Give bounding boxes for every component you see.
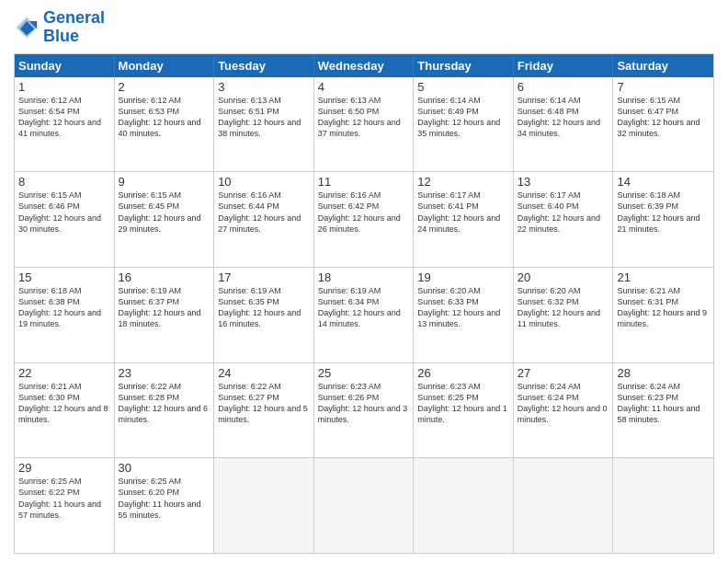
day-number: 9	[119, 175, 210, 189]
daylight-label: Daylight: 12 hours and 16 minutes.	[218, 308, 301, 328]
sunrise-label: Sunrise: 6:20 AM	[518, 286, 581, 295]
sunset-label: Sunset: 6:41 PM	[417, 201, 479, 211]
sunrise-label: Sunrise: 6:22 AM	[218, 382, 281, 391]
daylight-label: Daylight: 12 hours and 24 minutes.	[417, 213, 500, 234]
day-cell-19: 19 Sunrise: 6:20 AM Sunset: 6:33 PM Dayl…	[414, 268, 514, 362]
sunset-label: Sunset: 6:51 PM	[218, 107, 279, 116]
daylight-label: Daylight: 12 hours and 8 minutes.	[18, 404, 108, 424]
day-header-monday: Monday	[115, 54, 215, 77]
cell-info: Sunrise: 6:19 AM Sunset: 6:37 PM Dayligh…	[119, 285, 210, 330]
day-number: 27	[518, 366, 609, 380]
cell-info: Sunrise: 6:20 AM Sunset: 6:32 PM Dayligh…	[518, 285, 609, 330]
cell-info: Sunrise: 6:16 AM Sunset: 6:44 PM Dayligh…	[218, 190, 310, 235]
day-number: 12	[417, 175, 509, 189]
day-cell-10: 10 Sunrise: 6:16 AM Sunset: 6:44 PM Dayl…	[214, 172, 314, 267]
daylight-label: Daylight: 12 hours and 34 minutes.	[518, 118, 600, 138]
day-cell-4: 4 Sunrise: 6:13 AM Sunset: 6:50 PM Dayli…	[314, 77, 415, 172]
cell-info: Sunrise: 6:13 AM Sunset: 6:51 PM Dayligh…	[218, 95, 310, 140]
day-cell-20: 20 Sunrise: 6:20 AM Sunset: 6:32 PM Dayl…	[514, 268, 614, 362]
sunset-label: Sunset: 6:45 PM	[119, 201, 180, 211]
day-cell-25: 25 Sunrise: 6:23 AM Sunset: 6:26 PM Dayl…	[314, 363, 415, 458]
week-row-5: 29 Sunrise: 6:25 AM Sunset: 6:22 PM Dayl…	[15, 458, 713, 553]
daylight-label: Daylight: 11 hours and 55 minutes.	[119, 500, 201, 520]
sunset-label: Sunset: 6:33 PM	[417, 297, 479, 306]
day-cell-17: 17 Sunrise: 6:19 AM Sunset: 6:35 PM Dayl…	[214, 268, 314, 362]
sunrise-label: Sunrise: 6:21 AM	[617, 286, 680, 295]
cell-info: Sunrise: 6:13 AM Sunset: 6:50 PM Dayligh…	[318, 95, 410, 140]
sunrise-label: Sunrise: 6:18 AM	[617, 190, 680, 200]
daylight-label: Daylight: 12 hours and 0 minutes.	[518, 404, 608, 424]
day-cell-29: 29 Sunrise: 6:25 AM Sunset: 6:22 PM Dayl…	[15, 458, 115, 553]
day-number: 20	[518, 270, 609, 284]
sunrise-label: Sunrise: 6:25 AM	[18, 477, 82, 486]
daylight-label: Daylight: 11 hours and 57 minutes.	[18, 500, 101, 520]
day-cell-18: 18 Sunrise: 6:19 AM Sunset: 6:34 PM Dayl…	[314, 268, 415, 362]
calendar-header: SundayMondayTuesdayWednesdayThursdayFrid…	[15, 54, 713, 77]
sunset-label: Sunset: 6:32 PM	[518, 297, 579, 306]
day-number: 26	[417, 366, 509, 380]
cell-info: Sunrise: 6:24 AM Sunset: 6:24 PM Dayligh…	[518, 381, 609, 426]
day-cell-9: 9 Sunrise: 6:15 AM Sunset: 6:45 PM Dayli…	[115, 172, 215, 267]
empty-cell	[214, 458, 314, 553]
cell-info: Sunrise: 6:20 AM Sunset: 6:33 PM Dayligh…	[417, 285, 509, 330]
daylight-label: Daylight: 12 hours and 29 minutes.	[119, 213, 201, 234]
day-header-friday: Friday	[514, 54, 614, 77]
day-number: 29	[18, 461, 110, 475]
sunrise-label: Sunrise: 6:23 AM	[417, 382, 481, 391]
day-cell-7: 7 Sunrise: 6:15 AM Sunset: 6:47 PM Dayli…	[613, 77, 713, 172]
day-cell-3: 3 Sunrise: 6:13 AM Sunset: 6:51 PM Dayli…	[214, 77, 314, 172]
sunrise-label: Sunrise: 6:19 AM	[318, 286, 381, 295]
cell-info: Sunrise: 6:14 AM Sunset: 6:48 PM Dayligh…	[518, 95, 609, 140]
cell-info: Sunrise: 6:12 AM Sunset: 6:53 PM Dayligh…	[119, 95, 210, 140]
cell-info: Sunrise: 6:23 AM Sunset: 6:25 PM Dayligh…	[417, 381, 509, 426]
week-row-4: 22 Sunrise: 6:21 AM Sunset: 6:30 PM Dayl…	[15, 363, 713, 459]
empty-cell	[613, 458, 713, 553]
day-cell-26: 26 Sunrise: 6:23 AM Sunset: 6:25 PM Dayl…	[414, 363, 514, 458]
daylight-label: Daylight: 12 hours and 35 minutes.	[417, 118, 500, 138]
daylight-label: Daylight: 12 hours and 6 minutes.	[119, 404, 209, 424]
week-row-3: 15 Sunrise: 6:18 AM Sunset: 6:38 PM Dayl…	[15, 268, 713, 363]
sunset-label: Sunset: 6:47 PM	[617, 107, 678, 116]
sunrise-label: Sunrise: 6:12 AM	[18, 96, 82, 105]
sunrise-label: Sunrise: 6:15 AM	[119, 190, 182, 200]
cell-info: Sunrise: 6:21 AM Sunset: 6:30 PM Dayligh…	[18, 381, 110, 426]
day-number: 11	[318, 175, 410, 189]
day-cell-21: 21 Sunrise: 6:21 AM Sunset: 6:31 PM Dayl…	[613, 268, 713, 362]
sunset-label: Sunset: 6:23 PM	[617, 393, 678, 402]
sunset-label: Sunset: 6:49 PM	[417, 107, 479, 116]
sunrise-label: Sunrise: 6:15 AM	[18, 190, 82, 200]
day-cell-13: 13 Sunrise: 6:17 AM Sunset: 6:40 PM Dayl…	[514, 172, 614, 267]
day-number: 4	[318, 80, 410, 94]
day-header-sunday: Sunday	[15, 54, 115, 77]
sunset-label: Sunset: 6:39 PM	[617, 201, 678, 211]
week-row-2: 8 Sunrise: 6:15 AM Sunset: 6:46 PM Dayli…	[15, 172, 713, 268]
empty-cell	[514, 458, 614, 553]
header: General Blue	[14, 9, 714, 46]
sunset-label: Sunset: 6:24 PM	[518, 393, 579, 402]
sunrise-label: Sunrise: 6:25 AM	[119, 477, 182, 486]
page: General Blue SundayMondayTuesdayWednesda…	[0, 0, 728, 563]
cell-info: Sunrise: 6:15 AM Sunset: 6:45 PM Dayligh…	[119, 190, 210, 235]
day-cell-15: 15 Sunrise: 6:18 AM Sunset: 6:38 PM Dayl…	[15, 268, 115, 362]
sunrise-label: Sunrise: 6:23 AM	[318, 382, 381, 391]
daylight-label: Daylight: 12 hours and 1 minute.	[417, 404, 507, 424]
daylight-label: Daylight: 12 hours and 21 minutes.	[617, 213, 700, 234]
day-number: 23	[119, 366, 210, 380]
cell-info: Sunrise: 6:18 AM Sunset: 6:39 PM Dayligh…	[617, 190, 710, 235]
day-number: 21	[617, 270, 710, 284]
day-number: 25	[318, 366, 410, 380]
day-cell-1: 1 Sunrise: 6:12 AM Sunset: 6:54 PM Dayli…	[15, 77, 115, 172]
sunrise-label: Sunrise: 6:20 AM	[417, 286, 481, 295]
daylight-label: Daylight: 11 hours and 58 minutes.	[617, 404, 700, 424]
sunset-label: Sunset: 6:40 PM	[518, 201, 579, 211]
day-header-saturday: Saturday	[613, 54, 713, 77]
sunset-label: Sunset: 6:46 PM	[18, 201, 80, 211]
daylight-label: Daylight: 12 hours and 9 minutes.	[617, 308, 707, 328]
day-cell-28: 28 Sunrise: 6:24 AM Sunset: 6:23 PM Dayl…	[613, 363, 713, 458]
day-number: 14	[617, 175, 710, 189]
daylight-label: Daylight: 12 hours and 32 minutes.	[617, 118, 700, 138]
sunset-label: Sunset: 6:53 PM	[119, 107, 180, 116]
daylight-label: Daylight: 12 hours and 38 minutes.	[218, 118, 301, 138]
empty-cell	[414, 458, 514, 553]
daylight-label: Daylight: 12 hours and 22 minutes.	[518, 213, 600, 234]
